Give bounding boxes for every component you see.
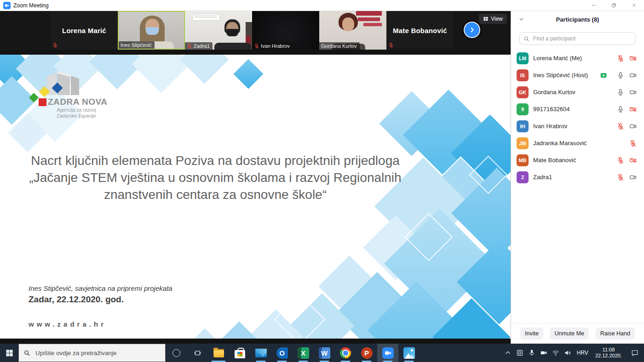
participant-name: Mate Bobanović <box>386 11 454 50</box>
presentation-slide: ZADRA NOVA Agencija za razvoj Zadarske ž… <box>0 55 511 339</box>
slide-website: www.zadra.hr <box>29 320 106 328</box>
raise-hand-button[interactable]: Raise Hand <box>596 328 635 339</box>
chevron-down-icon[interactable] <box>518 16 524 24</box>
language-indicator[interactable]: HRV <box>574 350 592 356</box>
video-tile-ivan[interactable]: Ivan Hrabrov <box>252 11 319 50</box>
chrome-icon <box>340 347 351 358</box>
participant-row[interactable]: IH Ivan Hrabrov <box>511 118 644 135</box>
mic-muted-icon <box>617 55 624 62</box>
taskbar-search-box[interactable] <box>18 344 166 362</box>
participant-name: Mate Bobanović <box>533 157 576 164</box>
video-tile-zadra1[interactable]: Zadra1 <box>185 11 252 50</box>
taskbar-zoom[interactable] <box>377 344 398 362</box>
taskbar-excel[interactable]: X <box>293 344 314 362</box>
avatar: IS <box>517 69 529 81</box>
next-page-arrow-button[interactable] <box>464 22 480 38</box>
participant-row[interactable]: LM Lorena Marić (Me) <box>511 50 644 67</box>
tray-chevron-up-icon[interactable] <box>502 344 514 362</box>
taskbar-word[interactable]: W <box>314 344 335 362</box>
participant-search-input[interactable] <box>532 35 632 42</box>
screen-share-icon <box>600 72 607 79</box>
task-view-button[interactable] <box>187 344 208 362</box>
participant-row[interactable]: 9 99171632604 <box>511 101 644 118</box>
video-tile-gordana[interactable]: Gordana Kurtov <box>319 11 386 50</box>
avatar: GK <box>517 86 529 98</box>
video-tile-lorena[interactable]: Lorena Marić <box>51 11 118 50</box>
wifi-icon[interactable] <box>550 344 562 362</box>
video-tile-label: Gordana Kurtov <box>319 42 360 50</box>
volume-icon[interactable] <box>562 344 574 362</box>
red-square <box>39 98 46 106</box>
window-title: Zoom Meeting <box>13 2 49 9</box>
tray-camera-icon[interactable] <box>538 344 550 362</box>
decor-diamond <box>233 59 263 89</box>
tray-microphone-icon[interactable] <box>526 344 538 362</box>
taskbar-mail[interactable] <box>250 344 271 362</box>
mic-muted-icon <box>617 174 624 181</box>
participant-name: Gordana Kurtov <box>533 89 575 96</box>
participants-title: Participants (8) <box>556 16 599 23</box>
slide-presenter: Ines Stipčević, savjetnica na pripremi p… <box>29 284 172 292</box>
mic-muted-icon <box>629 140 637 147</box>
video-tile-label: Ines Stipčević <box>119 41 155 49</box>
taskbar-outlook[interactable]: O <box>271 344 293 362</box>
participant-name: Zadra1 <box>194 43 210 49</box>
video-tile-ines[interactable]: Ines Stipčević <box>118 11 185 50</box>
participant-name: Gordana Kurtov <box>321 43 357 49</box>
camera-off-icon <box>629 55 637 62</box>
participant-row[interactable]: IS Ines Stipčević (Host) <box>511 67 644 84</box>
camera-on-icon <box>629 123 637 130</box>
participants-header: Participants (8) <box>511 11 644 28</box>
taskbar-chrome[interactable] <box>335 344 356 362</box>
shared-screen-stage: ZADRA NOVA Agencija za razvoj Zadarske ž… <box>0 50 511 344</box>
cortana-icon <box>172 349 180 357</box>
video-tile-mate[interactable]: Mate Bobanović <box>386 11 454 50</box>
slide-location-date: Zadar, 22.12.2020. god. <box>29 294 124 305</box>
participant-name: Lorena Marić <box>51 11 118 50</box>
participant-row[interactable]: Z Zadra1 <box>511 169 644 186</box>
mic-muted-icon <box>388 42 394 48</box>
invite-button[interactable]: Invite <box>520 328 543 339</box>
windows-taskbar: O X W P <box>0 344 644 362</box>
mic-muted-icon <box>52 42 58 48</box>
participant-name: Jadranka Marasović <box>533 140 586 147</box>
cortana-button[interactable] <box>166 344 187 362</box>
camera-on-icon <box>629 89 637 96</box>
participant-name: 99171632604 <box>533 106 570 113</box>
mail-icon <box>255 349 267 357</box>
restore-button[interactable] <box>604 0 624 11</box>
video-tile-label: Ivan Hrabrov <box>252 42 293 50</box>
minimize-button[interactable] <box>583 0 604 11</box>
taskbar-clock[interactable]: 11:08 22.12.2020. <box>592 347 626 359</box>
taskbar-microsoft-store[interactable] <box>229 344 250 362</box>
participant-row[interactable]: GK Gordana Kurtov <box>511 84 644 101</box>
participant-name: Ivan Hrabrov <box>261 43 290 49</box>
view-button[interactable]: View <box>479 14 507 24</box>
participant-name: Ivan Hrabrov <box>533 123 567 130</box>
taskbar-file-explorer[interactable] <box>208 344 229 362</box>
taskbar-photos[interactable] <box>398 344 420 362</box>
action-center-icon[interactable] <box>626 344 644 362</box>
task-view-icon <box>194 349 201 357</box>
mic-on-icon <box>617 72 624 79</box>
taskbar-powerpoint[interactable]: P <box>356 344 377 362</box>
tray-zoom-icon[interactable] <box>514 344 526 362</box>
outlook-icon: O <box>276 347 288 359</box>
participant-search-box[interactable] <box>519 32 636 45</box>
close-button[interactable] <box>624 0 644 11</box>
zoom-meeting-window: Zoom Meeting Lorena Marić <box>0 0 644 362</box>
unmute-me-button[interactable]: Unmute Me <box>550 328 589 339</box>
zoom-icon <box>382 347 394 359</box>
taskbar-search-input[interactable] <box>34 349 161 357</box>
participant-row[interactable]: MB Mate Bobanović <box>511 152 644 169</box>
video-strip: Lorena Marić Ines Stipčević <box>0 11 511 50</box>
start-button[interactable] <box>0 344 18 362</box>
view-button-label: View <box>491 16 503 22</box>
participants-footer: Invite Unmute Me Raise Hand <box>511 323 644 344</box>
mic-on-icon <box>617 106 624 113</box>
participant-row[interactable]: JM Jadranka Marasović <box>511 135 644 152</box>
camera-on-icon <box>629 72 637 79</box>
search-icon <box>523 36 529 42</box>
grid-view-icon <box>483 16 489 22</box>
clock-date: 22.12.2020. <box>595 353 622 359</box>
